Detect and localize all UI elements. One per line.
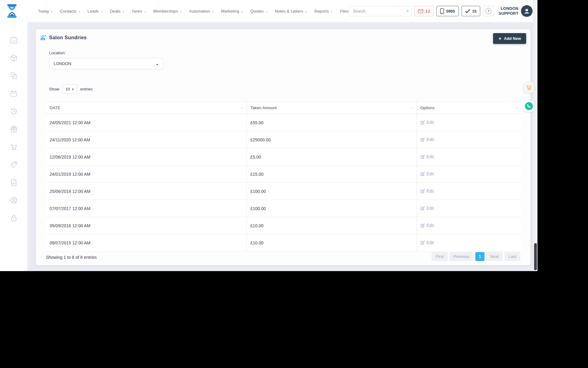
chevron-down-icon: ⌄ xyxy=(305,10,307,13)
add-new-button[interactable]: + Add New xyxy=(493,33,526,44)
nav-leads[interactable]: Leads⌄ xyxy=(88,9,103,13)
messages-badge[interactable]: 13 xyxy=(414,6,433,16)
nav-automation[interactable]: Automation⌄ xyxy=(189,9,214,13)
nav-contacts[interactable]: Contacts⌄ xyxy=(60,9,81,13)
edit-icon xyxy=(420,206,425,210)
edit-icon xyxy=(420,120,425,125)
edit-icon xyxy=(420,240,425,245)
nav-notes-letters[interactable]: Notes & Letters⌄ xyxy=(275,9,307,13)
column-header-date[interactable]: DATE↑↓ xyxy=(46,102,247,114)
edit-icon xyxy=(420,137,425,142)
location-select[interactable]: LONDON ⌄ xyxy=(49,58,164,69)
nav-files[interactable]: Files xyxy=(340,9,349,13)
history-icon[interactable] xyxy=(10,107,18,115)
user-menu[interactable]: LONDON SUPPORT xyxy=(499,5,533,17)
pagination-last[interactable]: Last xyxy=(504,252,520,261)
amount-cell: £15.00 xyxy=(247,166,417,183)
pagination-next[interactable]: Next xyxy=(486,252,503,261)
top-navigation-bar: Today⌄ Contacts⌄ Leads⌄ Deals⌄ Tasks⌄ Me… xyxy=(0,0,537,22)
page-length-value: 10 xyxy=(66,87,70,91)
page-length-select[interactable]: 10 ▲▼ xyxy=(62,84,77,94)
nav-deals[interactable]: Deals⌄ xyxy=(110,9,125,13)
gift-icon[interactable] xyxy=(10,125,18,133)
edit-link[interactable]: Edit xyxy=(420,171,434,176)
nav-tasks[interactable]: Tasks⌄ xyxy=(132,9,147,13)
table-row: 07/07/2017 12:00 AM £100.00 Edit xyxy=(46,200,521,217)
edit-link[interactable]: Edit xyxy=(420,137,434,142)
phone-extension: 5905 xyxy=(446,9,455,13)
scrollbar-thumb[interactable] xyxy=(534,243,537,270)
chevron-down-icon: ⌄ xyxy=(144,10,146,13)
date-cell: 12/06/2019 12:00 AM xyxy=(46,148,247,166)
vertical-scrollbar[interactable] xyxy=(533,0,537,271)
edit-icon xyxy=(420,189,425,193)
tasks-count: 15 xyxy=(472,9,477,13)
location-label: Location: xyxy=(49,51,66,55)
messages-count: 13 xyxy=(425,9,430,13)
cart-icon[interactable] xyxy=(10,143,18,151)
entries-label: entries xyxy=(80,87,93,91)
nav-marketing[interactable]: Marketing⌄ xyxy=(221,9,244,13)
tasks-badge[interactable]: 15 xyxy=(462,6,480,16)
search-input[interactable] xyxy=(353,9,407,13)
pagination-first[interactable]: First xyxy=(432,252,447,261)
edit-icon xyxy=(420,223,425,228)
cart-float-button[interactable] xyxy=(523,82,534,93)
left-sidebar: 12 xyxy=(0,22,28,271)
nav-quotes[interactable]: Quotes⌄ xyxy=(251,9,268,13)
pagination-page-1[interactable]: 1 xyxy=(475,252,484,261)
package-icon[interactable] xyxy=(10,54,18,62)
column-header-options[interactable]: Options↑↓ xyxy=(417,102,521,114)
chevron-down-icon: ⌄ xyxy=(78,10,81,13)
edit-link[interactable]: Edit xyxy=(420,206,434,211)
date-cell: 24/01/2019 12:00 AM xyxy=(46,166,247,183)
avatar[interactable] xyxy=(521,5,533,17)
calendar-icon[interactable]: 12 xyxy=(10,36,18,44)
options-cell: Edit xyxy=(417,131,521,148)
nav-memberships[interactable]: Memberships⌄ xyxy=(153,9,182,13)
report-icon[interactable] xyxy=(10,178,18,186)
table-row: 09/07/2015 12:00 AM £10.00 Edit xyxy=(46,234,521,251)
tag-icon[interactable] xyxy=(10,161,18,169)
amount-cell: £100.00 xyxy=(247,183,417,200)
edit-link[interactable]: Edit xyxy=(420,189,434,194)
search-box xyxy=(349,6,412,16)
show-entries-control: Show 10 ▲▼ entries xyxy=(49,84,92,94)
chevron-down-icon: ⌄ xyxy=(100,10,103,13)
salon-sundries-panel: Salon Sundries + Add New Location: LONDO… xyxy=(36,29,530,265)
sort-icon: ↑↓ xyxy=(411,106,413,109)
hourglass-logo[interactable] xyxy=(6,4,18,18)
table-header-row: DATE↑↓ Taken Amount↑↓ Options↑↓ xyxy=(46,102,521,114)
date-cell: 09/07/2015 12:00 AM xyxy=(46,234,247,251)
pagination-previous[interactable]: Previous xyxy=(450,252,474,261)
basin-icon[interactable] xyxy=(10,90,18,98)
user-name: LONDON SUPPORT xyxy=(499,6,518,16)
table-row: 24/05/2021 12:00 AM £55.00 Edit xyxy=(46,114,521,131)
page-title: Salon Sundries xyxy=(49,35,87,40)
entries-summary: Showing 1 to 8 of 8 entries xyxy=(46,255,97,260)
phone-badge[interactable]: 5905 xyxy=(436,6,459,16)
question-icon: ? xyxy=(485,8,492,14)
chevron-down-icon: ⌄ xyxy=(212,10,214,13)
edit-link[interactable]: Edit xyxy=(420,240,434,245)
edit-link[interactable]: Edit xyxy=(420,120,434,125)
nav-today[interactable]: Today⌄ xyxy=(38,9,53,13)
column-header-taken-amount[interactable]: Taken Amount↑↓ xyxy=(247,102,417,114)
main-menu: Today⌄ Contacts⌄ Leads⌄ Deals⌄ Tasks⌄ Me… xyxy=(38,9,349,13)
date-cell: 07/07/2017 12:00 AM xyxy=(46,200,247,217)
edit-link[interactable]: Edit xyxy=(420,223,434,228)
search-icon[interactable] xyxy=(407,8,409,14)
call-float-button[interactable] xyxy=(523,101,534,112)
lock-icon[interactable] xyxy=(10,214,18,222)
edit-link[interactable]: Edit xyxy=(420,154,434,159)
date-cell: 05/09/2016 12:00 AM xyxy=(46,217,247,234)
nav-reports[interactable]: Reports⌄ xyxy=(315,9,334,13)
duplicate-icon[interactable] xyxy=(10,72,18,80)
app-window: Today⌄ Contacts⌄ Leads⌄ Deals⌄ Tasks⌄ Me… xyxy=(0,0,537,271)
help-button[interactable]: ? xyxy=(483,6,494,16)
date-cell: 24/05/2021 12:00 AM xyxy=(46,114,247,131)
options-cell: Edit xyxy=(417,217,521,234)
sort-icon: ↑↓ xyxy=(241,106,243,109)
edit-icon xyxy=(420,172,425,176)
account-icon[interactable] xyxy=(10,196,18,204)
